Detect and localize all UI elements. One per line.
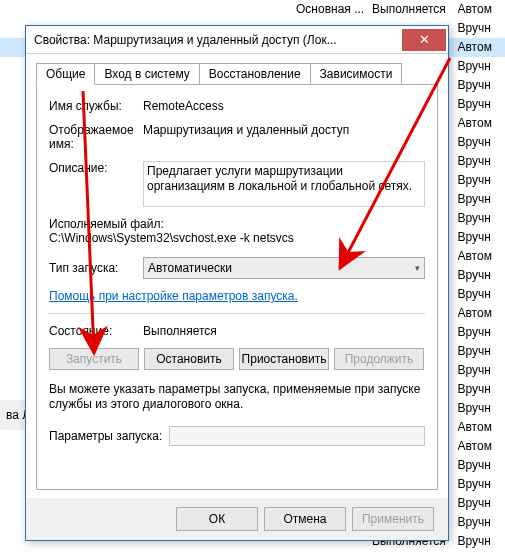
service-control-buttons: Запустить Остановить Приостановить Продо… <box>49 348 425 370</box>
startup-type-select[interactable]: Автоматически ▾ <box>143 257 425 279</box>
properties-dialog: Свойства: Маршрутизация и удаленный дост… <box>25 25 449 541</box>
tab-panel-general: Имя службы: RemoteAccess Отображаемое им… <box>36 84 438 490</box>
display-name-label: Отображаемое имя: <box>49 123 143 151</box>
apply-button: Применить <box>352 507 434 531</box>
startup-params-label: Параметры запуска: <box>49 429 169 443</box>
titlebar: Свойства: Маршрутизация и удаленный дост… <box>26 26 448 54</box>
resume-button: Продолжить <box>334 348 424 370</box>
startup-type-value: Автоматически <box>148 261 232 275</box>
pause-button[interactable]: Приостановить <box>239 348 329 370</box>
description-box[interactable]: Предлагает услуги маршрутизации организа… <box>143 161 425 207</box>
tab-dependencies[interactable]: Зависимости <box>311 63 403 85</box>
service-name-value: RemoteAccess <box>143 99 425 113</box>
tab-logon[interactable]: Вход в систему <box>95 63 199 85</box>
startup-help-link[interactable]: Помощь при настройке параметров запуска. <box>49 289 298 303</box>
tabstrip: Общие Вход в систему Восстановление Зави… <box>36 62 438 84</box>
startup-params-note: Вы можете указать параметры запуска, при… <box>49 382 425 412</box>
chevron-down-icon: ▾ <box>415 263 420 273</box>
exe-path-label: Исполняемый файл: <box>49 217 425 231</box>
ok-button[interactable]: ОК <box>176 507 258 531</box>
divider <box>49 313 425 314</box>
service-name-label: Имя службы: <box>49 99 143 113</box>
list-row[interactable]: Основная ...ВыполняетсяАвтом <box>0 0 505 19</box>
cancel-button[interactable]: Отмена <box>264 507 346 531</box>
tab-recovery[interactable]: Восстановление <box>200 63 311 85</box>
window-title: Свойства: Маршрутизация и удаленный дост… <box>26 33 402 47</box>
state-value: Выполняется <box>143 324 425 338</box>
dialog-bottom-bar: ОК Отмена Применить <box>26 498 448 540</box>
stop-button[interactable]: Остановить <box>144 348 234 370</box>
startup-params-input[interactable] <box>169 426 425 446</box>
state-label: Состояние: <box>49 324 143 338</box>
display-name-value: Маршрутизация и удаленный доступ <box>143 123 425 151</box>
startup-type-label: Тип запуска: <box>49 261 143 275</box>
exe-path-value: C:\Windows\System32\svchost.exe -k netsv… <box>49 231 425 245</box>
start-button: Запустить <box>49 348 139 370</box>
description-label: Описание: <box>49 161 143 207</box>
close-icon: ✕ <box>419 32 430 47</box>
close-button[interactable]: ✕ <box>402 29 446 51</box>
tab-general[interactable]: Общие <box>36 63 95 85</box>
